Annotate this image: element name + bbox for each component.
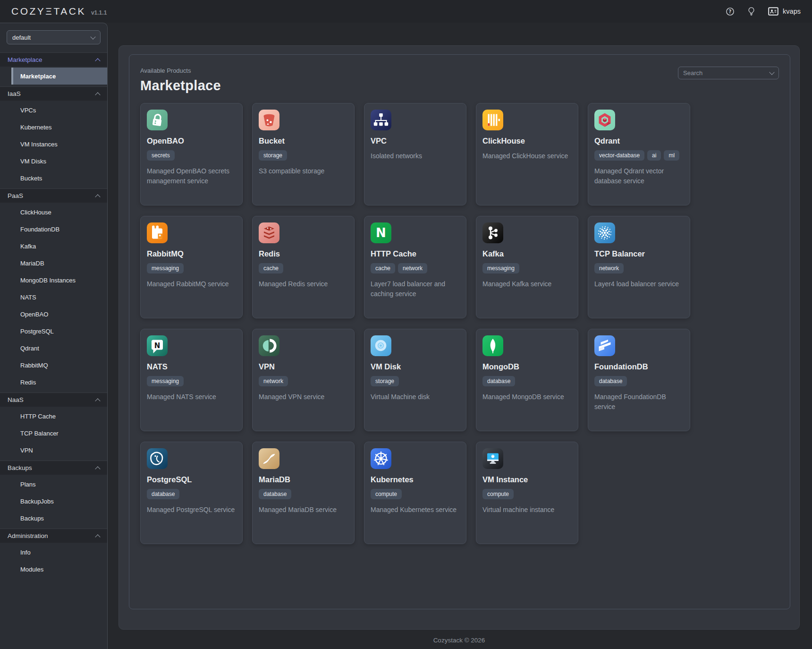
sidebar-item-mariadb[interactable]: MariaDB [11,255,107,272]
product-title: RabbitMQ [147,249,236,258]
product-title: Redis [259,249,348,258]
vpc-network-icon [371,110,391,130]
kafka-icon [482,222,503,243]
sidebar-item-backups[interactable]: Backups [11,510,107,527]
product-tag: messaging [147,263,184,273]
sidebar-item-buckets[interactable]: Buckets [11,170,107,187]
search-input[interactable]: Search [678,67,779,79]
sidebar-item-vpcs[interactable]: VPCs [11,102,107,119]
section-items: InfoModules [0,543,107,580]
sidebar-item-tcp-balancer[interactable]: TCP Balancer [11,425,107,442]
sidebar-item-rabbitmq[interactable]: RabbitMQ [11,357,107,374]
product-tag: messaging [147,376,184,386]
product-tags: compute [482,489,572,499]
lightbulb-icon[interactable] [747,7,755,16]
product-title: TCP Balancer [594,249,684,258]
sidebar-section-administration[interactable]: Administration [0,529,107,543]
sidebar-section-naas[interactable]: NaaS [0,393,107,407]
sidebar-item-backupjobs[interactable]: BackupJobs [11,493,107,510]
sidebar-item-clickhouse[interactable]: ClickHouse [11,204,107,221]
product-tags: messaging [482,263,572,273]
product-tags: vector-databaseaiml [594,150,684,161]
product-card-vpc[interactable]: VPCIsolated networks [364,103,466,205]
product-card-bucket[interactable]: BucketstorageS3 compatible storage [252,103,355,205]
product-title: MongoDB [482,362,572,371]
tcp-balancer-icon [594,222,615,243]
product-title: MariaDB [259,475,348,484]
page-title: Marketplace [140,78,779,94]
product-card-vpn[interactable]: VPNnetworkManaged VPN service [252,329,355,431]
product-card-tcp-balancer[interactable]: TCP BalancernetworkLayer4 load balancer … [588,216,690,318]
product-card-redis[interactable]: RediscacheManaged Redis service [252,216,355,318]
sidebar-nav: MarketplaceMarketplaceIaaSVPCsKubernetes… [0,52,107,580]
product-card-kubernetes[interactable]: KubernetescomputeManaged Kubernetes serv… [364,442,466,544]
product-tag: compute [482,489,514,499]
sidebar-item-plans[interactable]: Plans [11,476,107,493]
foundationdb-icon [594,335,615,356]
nginx-icon: N [371,222,391,243]
sidebar-item-mongodb-instances[interactable]: MongoDB Instances [11,272,107,289]
user-menu[interactable]: kvaps [768,7,801,16]
section-label: Administration [8,532,48,539]
product-tag: storage [371,376,399,386]
product-tag: cache [259,263,283,273]
product-card-vm-instance[interactable]: VM InstancecomputeVirtual machine instan… [476,442,578,544]
product-card-postgresql[interactable]: PostgreSQLdatabaseManaged PostgreSQL ser… [140,442,243,544]
product-description: Managed FoundationDB service [594,392,684,411]
product-card-vm-disk[interactable]: VM DiskstorageVirtual Machine disk [364,329,466,431]
mariadb-seal-icon [259,448,279,469]
sidebar-item-foundationdb[interactable]: FoundationDB [11,221,107,238]
product-title: VM Instance [482,475,572,484]
product-card-rabbitmq[interactable]: RabbitMQmessagingManaged RabbitMQ servic… [140,216,243,318]
product-card-clickhouse[interactable]: ClickHouseManaged ClickHouse service [476,103,578,205]
sidebar-item-marketplace[interactable]: Marketplace [11,68,107,85]
sidebar-section-iaas[interactable]: IaaS [0,86,107,101]
product-card-mongodb[interactable]: MongoDBdatabaseManaged MongoDB service [476,329,578,431]
sidebar-item-openbao[interactable]: OpenBAO [11,306,107,323]
sidebar-item-redis[interactable]: Redis [11,374,107,391]
content-panel: Available Products Marketplace Search Op… [118,45,800,630]
sidebar-item-vm-disks[interactable]: VM Disks [11,153,107,170]
product-card-qdrant[interactable]: Qdrantvector-databaseaimlManaged Qdrant … [588,103,690,205]
sidebar-section: AdministrationInfoModules [0,529,107,580]
sidebar-item-postgresql[interactable]: PostgreSQL [11,323,107,340]
product-tag: network [398,263,427,273]
product-card-http-cache[interactable]: NHTTP CachecachenetworkLayer7 load balan… [364,216,466,318]
section-label: PaaS [8,192,23,199]
sidebar-item-vm-instances[interactable]: VM Instances [11,136,107,153]
product-tag: database [259,489,291,499]
product-description: Managed OpenBAO secrets management servi… [147,166,236,186]
sidebar-item-kubernetes[interactable]: Kubernetes [11,119,107,136]
product-card-openbao[interactable]: OpenBAOsecretsManaged OpenBAO secrets ma… [140,103,243,205]
product-card-kafka[interactable]: KafkamessagingManaged Kafka service [476,216,578,318]
product-description: Virtual Machine disk [371,392,460,401]
workspace-select[interactable]: default [7,30,101,44]
section-label: IaaS [8,90,21,97]
sidebar-section: PaaSClickHouseFoundationDBKafkaMariaDBMo… [0,188,107,393]
product-title: Qdrant [594,137,684,145]
product-description: S3 compatible storage [259,166,348,176]
help-circle-icon[interactable]: ? [726,7,735,16]
sidebar-section-backups[interactable]: Backups [0,461,107,475]
sidebar-item-qdrant[interactable]: Qdrant [11,340,107,357]
product-card-mariadb[interactable]: MariaDBdatabaseManaged MariaDB service [252,442,355,544]
username: kvaps [783,8,801,15]
product-card-nats[interactable]: NNATSmessagingManaged NATS service [140,329,243,431]
sidebar-item-nats[interactable]: NATS [11,289,107,306]
user-badge-icon [768,7,778,16]
product-card-foundationdb[interactable]: FoundationDBdatabaseManaged FoundationDB… [588,329,690,431]
chevron-down-icon [769,69,774,75]
sidebar-section-marketplace[interactable]: Marketplace [0,52,107,67]
redis-icon [259,222,279,243]
sidebar-item-kafka[interactable]: Kafka [11,238,107,255]
sidebar-section: BackupsPlansBackupJobsBackups [0,461,107,529]
svg-text:N: N [376,226,386,240]
product-tag: network [594,263,624,273]
sidebar-item-http-cache[interactable]: HTTP Cache [11,408,107,425]
sidebar-item-info[interactable]: Info [11,544,107,561]
product-tags: messaging [147,263,236,273]
topbar-actions: ? kvaps [726,7,801,16]
sidebar-section-paas[interactable]: PaaS [0,188,107,203]
sidebar-item-vpn[interactable]: VPN [11,442,107,459]
sidebar-item-modules[interactable]: Modules [11,561,107,578]
